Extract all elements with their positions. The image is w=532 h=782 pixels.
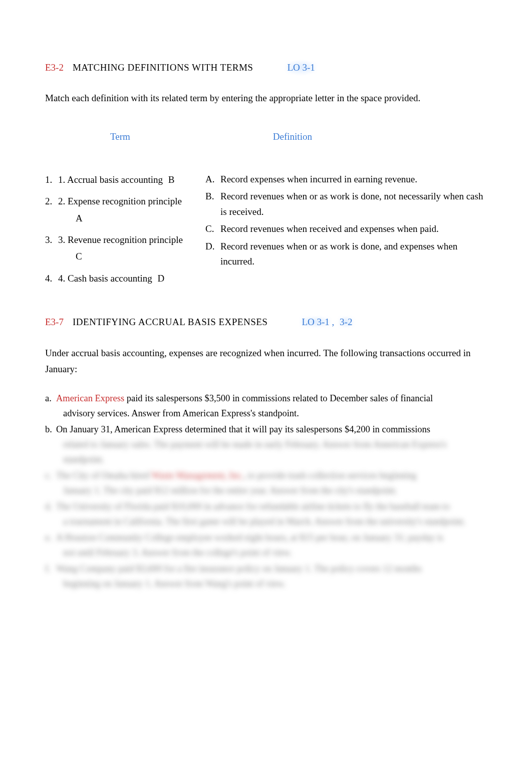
definition-text: Record revenues when or as work is done,… — [220, 189, 487, 219]
blurred-text: related to January sales. The payment wi… — [56, 437, 487, 467]
definition-item: B. Record revenues when or as work is do… — [205, 189, 487, 219]
definition-letter: B. — [205, 189, 220, 219]
exercise-code: E3-2 — [45, 60, 64, 75]
term-item: 3. 3. Revenue recognition principle C — [45, 232, 190, 265]
term-label: 1. Accrual basis accounting — [58, 174, 163, 185]
transaction-item: c. The City of Omaha hired Waste Managem… — [45, 468, 487, 498]
blurred-text: a tournament in California. The first ga… — [56, 514, 487, 530]
company-link[interactable]: American Express — [56, 393, 124, 403]
term-label: 3. Revenue recognition principle — [58, 234, 183, 245]
lo-link[interactable]: LO 3-1 — [302, 317, 329, 327]
definition-text: Record revenues when or as work is done,… — [220, 239, 487, 270]
transaction-text: On January 31, American Express determin… — [56, 424, 430, 434]
exercise-code: E3-7 — [45, 315, 64, 330]
term-item: 1. 1. Accrual basis accounting B — [45, 172, 190, 187]
term-answer: B — [168, 174, 175, 185]
term-header: Term — [110, 129, 130, 144]
transaction-letter: b. — [45, 422, 56, 467]
transaction-letter: c. — [45, 468, 56, 498]
definitions-column: A. Record expenses when incurred in earn… — [205, 172, 487, 292]
transaction-item: b. On January 31, American Express deter… — [45, 422, 487, 467]
definition-text: Record expenses when incurred in earning… — [220, 172, 487, 187]
transaction-item: f. Wang Company paid $3,600 for a fire i… — [45, 562, 487, 592]
blurred-text: The City of Omaha hired — [56, 470, 151, 480]
transaction-item: d. The University of Florida paid $10,00… — [45, 499, 487, 530]
definition-text: Record revenues when received and expens… — [220, 221, 487, 236]
term-outer-number: 4. — [45, 271, 58, 286]
definition-item: A. Record expenses when incurred in earn… — [205, 172, 487, 187]
exercise-header-1: E3-2 MATCHING DEFINITIONS WITH TERMS LO … — [45, 60, 487, 75]
matching-container: 1. 1. Accrual basis accounting B 2. 2. E… — [45, 172, 487, 292]
definition-letter: C. — [205, 221, 220, 236]
transaction-letter: e. — [45, 531, 56, 561]
transaction-item: a. American Express paid its salesperson… — [45, 391, 487, 421]
term-item: 2. 2. Expense recognition principle A — [45, 193, 190, 226]
definition-header: Definition — [273, 129, 312, 144]
lo-link[interactable]: 3-2 — [340, 317, 352, 327]
blurred-text: beginning on January 1. Answer from Wang… — [56, 577, 487, 592]
blurred-text: A Houston Community College employee wor… — [56, 533, 443, 543]
transaction-text: advisory services. Answer from American … — [56, 406, 487, 421]
term-label: 2. Expense recognition principle — [58, 196, 182, 206]
transaction-text: paid its salespersons $3,500 in commissi… — [124, 393, 433, 403]
exercise-instruction: Match each definition with its related t… — [45, 90, 487, 106]
term-outer-number: 3. — [45, 232, 58, 265]
blurred-text: The University of Florida paid $10,000 i… — [56, 501, 450, 511]
blurred-text: January 1. The city paid $12 million for… — [56, 483, 487, 498]
definition-letter: D. — [205, 239, 220, 270]
definition-item: D. Record revenues when or as work is do… — [205, 239, 487, 270]
transaction-item: e. A Houston Community College employee … — [45, 531, 487, 561]
blurred-company: Waste Management, Inc. — [151, 470, 243, 480]
term-answer: D — [158, 273, 165, 284]
blurred-text: , to provide trash collection services b… — [243, 470, 417, 480]
term-item: 4. 4. Cash basis accounting D — [45, 271, 190, 286]
transactions-list: a. American Express paid its salesperson… — [45, 391, 487, 592]
term-def-header: Term Definition — [45, 129, 487, 144]
definition-item: C. Record revenues when received and exp… — [205, 221, 487, 236]
term-outer-number: 2. — [45, 193, 58, 226]
transaction-letter: a. — [45, 391, 56, 421]
transaction-letter: d. — [45, 499, 56, 530]
term-outer-number: 1. — [45, 172, 58, 187]
lo-separator: , — [332, 317, 335, 327]
exercise-title: MATCHING DEFINITIONS WITH TERMS — [73, 60, 253, 75]
term-answer: A — [76, 210, 190, 226]
transaction-letter: f. — [45, 562, 56, 592]
lo-link[interactable]: LO 3-1 — [287, 60, 315, 75]
term-answer: C — [76, 248, 190, 264]
exercise-instruction: Under accrual basis accounting, expenses… — [45, 345, 487, 378]
definition-letter: A. — [205, 172, 220, 187]
exercise-header-2: E3-7 IDENTIFYING ACCRUAL BASIS EXPENSES … — [45, 315, 487, 330]
term-label: 4. Cash basis accounting — [58, 273, 152, 284]
blurred-text: Wang Company paid $3,600 for a fire insu… — [56, 564, 422, 574]
blurred-text: not until February 3. Answer from the co… — [56, 546, 487, 561]
terms-column: 1. 1. Accrual basis accounting B 2. 2. E… — [45, 172, 190, 292]
exercise-title: IDENTIFYING ACCRUAL BASIS EXPENSES — [73, 315, 268, 330]
